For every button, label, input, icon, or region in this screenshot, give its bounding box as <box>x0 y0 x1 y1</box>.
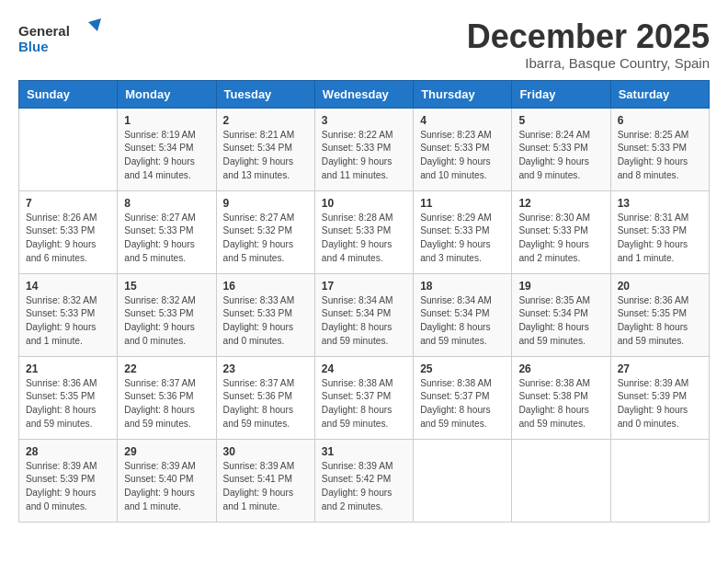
title-block: December 2025 Ibarra, Basque Country, Sp… <box>467 18 710 71</box>
calendar-cell: 22Sunrise: 8:37 AMSunset: 5:36 PMDayligh… <box>118 356 216 439</box>
calendar-cell: 21Sunrise: 8:36 AMSunset: 5:35 PMDayligh… <box>19 356 118 439</box>
day-number: 7 <box>26 197 110 210</box>
day-number: 21 <box>26 362 110 375</box>
page-header: General Blue December 2025 Ibarra, Basqu… <box>18 18 710 71</box>
calendar-cell: 12Sunrise: 8:30 AMSunset: 5:33 PMDayligh… <box>512 190 610 273</box>
calendar-cell: 27Sunrise: 8:39 AMSunset: 5:39 PMDayligh… <box>610 356 709 439</box>
day-number: 26 <box>518 362 603 375</box>
day-number: 16 <box>223 280 308 293</box>
cell-content: Sunrise: 8:27 AMSunset: 5:32 PMDaylight:… <box>223 212 308 266</box>
calendar-cell: 17Sunrise: 8:34 AMSunset: 5:34 PMDayligh… <box>314 273 413 356</box>
day-number: 2 <box>223 114 308 127</box>
cell-content: Sunrise: 8:37 AMSunset: 5:36 PMDaylight:… <box>223 377 308 431</box>
calendar-cell: 28Sunrise: 8:39 AMSunset: 5:39 PMDayligh… <box>19 439 118 522</box>
day-number: 22 <box>124 362 209 375</box>
day-number: 19 <box>518 280 603 293</box>
day-number: 30 <box>223 445 308 458</box>
day-number: 31 <box>322 445 406 458</box>
calendar-row-0: 1Sunrise: 8:19 AMSunset: 5:34 PMDaylight… <box>19 108 710 190</box>
cell-content: Sunrise: 8:36 AMSunset: 5:35 PMDaylight:… <box>26 377 110 431</box>
day-number: 23 <box>223 362 308 375</box>
calendar-row-2: 14Sunrise: 8:32 AMSunset: 5:33 PMDayligh… <box>19 273 710 356</box>
day-number: 14 <box>26 280 110 293</box>
calendar-cell <box>512 439 610 522</box>
cell-content: Sunrise: 8:34 AMSunset: 5:34 PMDaylight:… <box>420 294 505 349</box>
svg-text:Blue: Blue <box>18 39 49 54</box>
calendar-cell <box>414 439 512 522</box>
calendar-cell <box>19 108 118 190</box>
day-number: 12 <box>518 197 603 210</box>
cell-content: Sunrise: 8:39 AMSunset: 5:39 PMDaylight:… <box>26 460 110 514</box>
col-header-tuesday: Tuesday <box>216 80 314 108</box>
calendar-cell: 30Sunrise: 8:39 AMSunset: 5:41 PMDayligh… <box>216 439 314 522</box>
calendar-table: SundayMondayTuesdayWednesdayThursdayFrid… <box>18 80 710 523</box>
col-header-sunday: Sunday <box>19 80 118 108</box>
calendar-cell <box>610 439 709 522</box>
cell-content: Sunrise: 8:39 AMSunset: 5:41 PMDaylight:… <box>223 460 308 514</box>
calendar-cell: 7Sunrise: 8:26 AMSunset: 5:33 PMDaylight… <box>19 190 118 273</box>
day-number: 29 <box>124 445 209 458</box>
calendar-cell: 18Sunrise: 8:34 AMSunset: 5:34 PMDayligh… <box>414 273 512 356</box>
day-number: 24 <box>322 362 406 375</box>
cell-content: Sunrise: 8:27 AMSunset: 5:33 PMDaylight:… <box>124 212 209 266</box>
day-number: 4 <box>420 114 505 127</box>
cell-content: Sunrise: 8:38 AMSunset: 5:37 PMDaylight:… <box>420 377 505 431</box>
cell-content: Sunrise: 8:24 AMSunset: 5:33 PMDaylight:… <box>518 129 603 183</box>
calendar-row-4: 28Sunrise: 8:39 AMSunset: 5:39 PMDayligh… <box>19 439 710 522</box>
day-number: 1 <box>124 114 209 127</box>
calendar-cell: 4Sunrise: 8:23 AMSunset: 5:33 PMDaylight… <box>414 108 512 190</box>
cell-content: Sunrise: 8:19 AMSunset: 5:34 PMDaylight:… <box>124 129 209 183</box>
day-number: 25 <box>420 362 505 375</box>
svg-text:General: General <box>18 23 70 39</box>
cell-content: Sunrise: 8:30 AMSunset: 5:33 PMDaylight:… <box>518 212 603 266</box>
day-number: 11 <box>420 197 505 210</box>
svg-marker-2 <box>88 18 101 31</box>
day-number: 17 <box>322 280 406 293</box>
day-number: 8 <box>124 197 209 210</box>
logo: General Blue <box>18 18 101 59</box>
cell-content: Sunrise: 8:39 AMSunset: 5:39 PMDaylight:… <box>618 377 702 431</box>
day-number: 5 <box>518 114 603 127</box>
day-number: 3 <box>322 114 406 127</box>
cell-content: Sunrise: 8:28 AMSunset: 5:33 PMDaylight:… <box>322 212 406 266</box>
cell-content: Sunrise: 8:39 AMSunset: 5:42 PMDaylight:… <box>322 460 406 514</box>
col-header-saturday: Saturday <box>610 80 709 108</box>
day-number: 13 <box>618 197 702 210</box>
col-header-wednesday: Wednesday <box>314 80 413 108</box>
col-header-thursday: Thursday <box>414 80 512 108</box>
cell-content: Sunrise: 8:38 AMSunset: 5:37 PMDaylight:… <box>322 377 406 431</box>
calendar-cell: 16Sunrise: 8:33 AMSunset: 5:33 PMDayligh… <box>216 273 314 356</box>
day-number: 10 <box>322 197 406 210</box>
calendar-cell: 20Sunrise: 8:36 AMSunset: 5:35 PMDayligh… <box>610 273 709 356</box>
calendar-cell: 15Sunrise: 8:32 AMSunset: 5:33 PMDayligh… <box>118 273 216 356</box>
day-number: 27 <box>618 362 702 375</box>
calendar-cell: 1Sunrise: 8:19 AMSunset: 5:34 PMDaylight… <box>118 108 216 190</box>
cell-content: Sunrise: 8:35 AMSunset: 5:34 PMDaylight:… <box>518 294 603 349</box>
calendar-cell: 2Sunrise: 8:21 AMSunset: 5:34 PMDaylight… <box>216 108 314 190</box>
cell-content: Sunrise: 8:39 AMSunset: 5:40 PMDaylight:… <box>124 460 209 514</box>
cell-content: Sunrise: 8:37 AMSunset: 5:36 PMDaylight:… <box>124 377 209 431</box>
calendar-row-3: 21Sunrise: 8:36 AMSunset: 5:35 PMDayligh… <box>19 356 710 439</box>
cell-content: Sunrise: 8:29 AMSunset: 5:33 PMDaylight:… <box>420 212 505 266</box>
logo-svg: General Blue <box>18 18 101 59</box>
cell-content: Sunrise: 8:22 AMSunset: 5:33 PMDaylight:… <box>322 129 406 183</box>
cell-content: Sunrise: 8:25 AMSunset: 5:33 PMDaylight:… <box>618 129 702 183</box>
cell-content: Sunrise: 8:23 AMSunset: 5:33 PMDaylight:… <box>420 129 505 183</box>
col-header-monday: Monday <box>118 80 216 108</box>
location: Ibarra, Basque Country, Spain <box>467 55 710 71</box>
day-number: 18 <box>420 280 505 293</box>
day-number: 15 <box>124 280 209 293</box>
col-header-friday: Friday <box>512 80 610 108</box>
day-number: 9 <box>223 197 308 210</box>
cell-content: Sunrise: 8:26 AMSunset: 5:33 PMDaylight:… <box>26 212 110 266</box>
calendar-cell: 29Sunrise: 8:39 AMSunset: 5:40 PMDayligh… <box>118 439 216 522</box>
calendar-cell: 10Sunrise: 8:28 AMSunset: 5:33 PMDayligh… <box>314 190 413 273</box>
calendar-row-1: 7Sunrise: 8:26 AMSunset: 5:33 PMDaylight… <box>19 190 710 273</box>
calendar-cell: 8Sunrise: 8:27 AMSunset: 5:33 PMDaylight… <box>118 190 216 273</box>
calendar-cell: 26Sunrise: 8:38 AMSunset: 5:38 PMDayligh… <box>512 356 610 439</box>
calendar-cell: 24Sunrise: 8:38 AMSunset: 5:37 PMDayligh… <box>314 356 413 439</box>
cell-content: Sunrise: 8:36 AMSunset: 5:35 PMDaylight:… <box>618 294 702 349</box>
cell-content: Sunrise: 8:32 AMSunset: 5:33 PMDaylight:… <box>124 294 209 349</box>
cell-content: Sunrise: 8:38 AMSunset: 5:38 PMDaylight:… <box>518 377 603 431</box>
day-number: 6 <box>618 114 702 127</box>
